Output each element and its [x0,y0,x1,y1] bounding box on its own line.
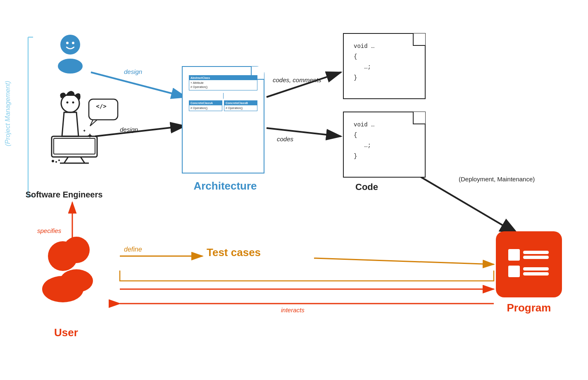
svg-point-33 [58,159,60,161]
uml-abstract-class-title: AbstractClass [189,76,257,80]
architecture-label: Architecture [188,180,262,192]
developer-icon: </> ✦ ✦ [29,91,124,167]
svg-rect-38 [508,249,520,261]
svg-rect-39 [523,251,549,254]
svg-line-15 [314,258,494,264]
svg-point-47 [42,276,83,302]
code-doc-top: void … { …; } [343,33,426,99]
interacts-label: interacts [281,306,305,314]
svg-rect-43 [523,272,549,276]
design-blue-label: design [124,68,142,75]
define-label: define [124,246,142,253]
codes-comments-label: codes, comments [273,76,321,83]
uml-concrete-classes: ConcreteClassA # Operation() ConcreteCla… [189,100,257,112]
svg-line-28 [64,157,68,163]
user-icon [33,227,107,311]
user-label: User [41,326,91,339]
svg-rect-34 [89,99,118,120]
uml-abstract-class: AbstractClass + Attribute # Operation() [189,75,257,90]
svg-text:✦: ✦ [83,128,86,133]
manager-icon [54,33,87,74]
svg-rect-42 [523,267,549,271]
uml-concrete-a: ConcreteClassA # Operation() [189,100,222,112]
svg-text:✦: ✦ [87,132,93,140]
architecture-document: AbstractClass + Attribute # Operation() … [182,66,264,173]
software-engineers-label: Software Engineers [23,190,105,200]
design-black-label: design [120,126,138,133]
svg-point-25 [72,102,74,104]
uml-diagram: AbstractClass + Attribute # Operation() … [189,75,257,111]
code-doc-bottom: void … { …; } [343,112,426,178]
svg-rect-27 [54,138,95,154]
svg-point-31 [52,160,54,162]
svg-text:</>: </> [96,103,106,109]
svg-point-21 [72,42,74,44]
svg-point-20 [66,42,69,44]
svg-line-10 [267,72,341,97]
deployment-label: (Deployment, Maintenance) [459,176,535,183]
project-management-label: (Project Management) [3,33,12,194]
uml-concrete-b: ConcreteClassB # Operation() [224,100,257,112]
svg-point-32 [55,161,57,163]
test-cases-label: Test cases [207,246,261,259]
svg-point-22 [58,59,83,74]
svg-point-19 [62,36,79,53]
svg-point-46 [48,241,78,271]
svg-line-11 [267,128,341,136]
program-icon [496,231,562,297]
specifies-label: specifies [37,227,61,234]
program-label: Program [496,302,562,314]
svg-point-24 [67,102,69,104]
svg-line-29 [81,157,85,163]
svg-rect-41 [508,266,520,277]
svg-rect-40 [523,256,549,259]
code-label: Code [355,182,378,192]
codes-label: codes [277,135,293,142]
code-documents: void … { …; } void … { …; } [339,33,430,190]
diagram-container: (Project Management) [0,0,588,380]
uml-abstract-class-body: + Attribute # Operation() [189,80,257,90]
